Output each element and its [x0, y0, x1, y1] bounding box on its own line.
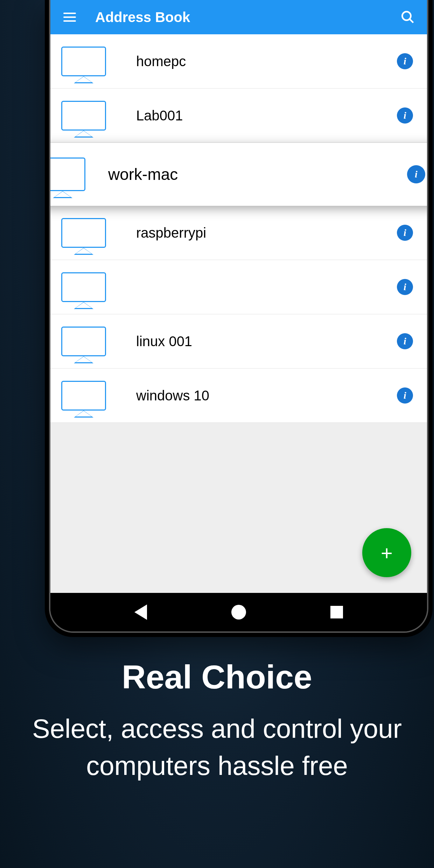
device-item-raspberrypi[interactable]: raspberrypi i	[50, 206, 427, 260]
device-label: Lab001	[136, 108, 397, 124]
computer-icon	[61, 101, 106, 131]
device-label: windows 10	[136, 388, 397, 404]
app-bar: Address Book	[50, 0, 427, 34]
add-device-fab[interactable]: +	[362, 528, 411, 577]
info-icon: i	[415, 169, 418, 180]
device-item-windows10[interactable]: windows 10 i	[50, 369, 427, 423]
nav-home-button[interactable]	[231, 605, 246, 620]
info-button[interactable]: i	[407, 165, 425, 183]
marketing-subtitle: Select, access and control your computer…	[28, 710, 406, 785]
svg-point-0	[402, 12, 411, 20]
computer-icon	[61, 272, 106, 302]
menu-button[interactable]	[61, 8, 78, 26]
phone-frame: Address Book homepc i Lab001 i	[45, 0, 433, 637]
device-item-lab001[interactable]: Lab001 i	[50, 89, 427, 143]
computer-icon	[50, 158, 85, 191]
hamburger-icon	[63, 13, 76, 22]
info-button[interactable]: i	[397, 225, 413, 241]
nav-back-button[interactable]	[134, 604, 147, 620]
computer-icon	[61, 218, 106, 248]
marketing-text: Real Choice Select, access and control y…	[0, 658, 434, 785]
device-item-unnamed[interactable]: i	[50, 260, 427, 314]
android-nav-bar	[50, 593, 427, 631]
info-icon: i	[404, 56, 406, 67]
device-label: raspberrypi	[136, 225, 397, 241]
plus-icon: +	[381, 541, 393, 565]
svg-line-1	[410, 19, 413, 23]
device-item-linux001[interactable]: linux 001 i	[50, 314, 427, 369]
info-icon: i	[404, 390, 406, 401]
device-label: homepc	[136, 54, 397, 69]
info-icon: i	[404, 227, 406, 238]
device-label: linux 001	[136, 334, 397, 349]
device-item-work-mac[interactable]: work-mac i	[50, 143, 427, 206]
info-button[interactable]: i	[397, 387, 413, 404]
info-icon: i	[404, 336, 406, 347]
info-icon: i	[404, 281, 406, 293]
nav-recent-button[interactable]	[330, 606, 343, 618]
computer-icon	[61, 381, 106, 411]
page-title: Address Book	[95, 9, 399, 25]
computer-icon	[61, 47, 106, 76]
info-button[interactable]: i	[397, 279, 413, 295]
device-item-homepc[interactable]: homepc i	[50, 34, 427, 89]
device-list: homepc i Lab001 i work-mac i raspberrypi…	[50, 34, 427, 593]
info-button[interactable]: i	[397, 107, 413, 124]
computer-icon	[61, 327, 106, 356]
info-button[interactable]: i	[397, 333, 413, 349]
info-button[interactable]: i	[397, 53, 413, 69]
marketing-title: Real Choice	[28, 658, 406, 696]
search-icon	[400, 10, 415, 24]
search-button[interactable]	[399, 8, 416, 26]
info-icon: i	[404, 110, 406, 121]
device-label: work-mac	[108, 165, 407, 184]
